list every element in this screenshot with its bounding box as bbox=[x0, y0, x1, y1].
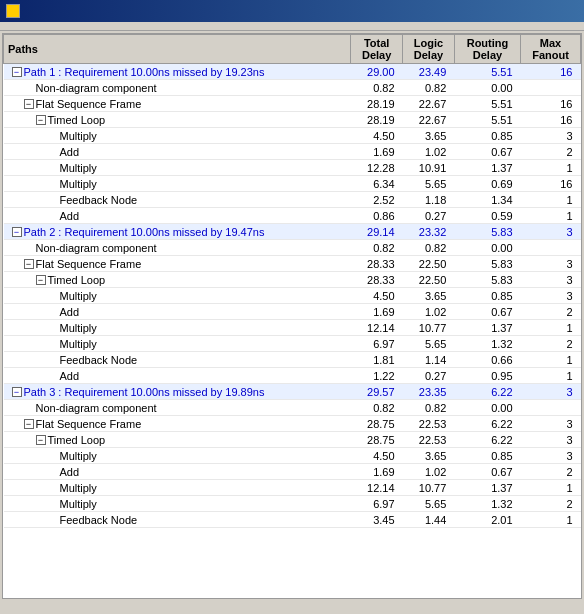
row-name-cell: Feedback Node bbox=[4, 352, 351, 368]
row-total: 29.00 bbox=[351, 64, 403, 80]
table-container[interactable]: Paths TotalDelay LogicDelay RoutingDelay… bbox=[2, 33, 582, 599]
expand-icon[interactable]: − bbox=[36, 115, 46, 125]
row-routing: 0.67 bbox=[454, 464, 520, 480]
row-name-cell: −Path 2 : Requirement 10.00ns missed by … bbox=[4, 224, 351, 240]
row-logic: 23.35 bbox=[403, 384, 455, 400]
table-row[interactable]: −Flat Sequence Frame28.1922.675.5116 bbox=[4, 96, 581, 112]
row-name-cell: −Flat Sequence Frame bbox=[4, 256, 351, 272]
row-logic: 0.27 bbox=[403, 208, 455, 224]
row-routing: 1.37 bbox=[454, 320, 520, 336]
row-fanout: 16 bbox=[521, 64, 581, 80]
expand-icon[interactable]: − bbox=[24, 419, 34, 429]
table-row[interactable]: Add1.691.020.672 bbox=[4, 144, 581, 160]
row-label: Non-diagram component bbox=[36, 82, 157, 94]
row-name-cell: Feedback Node bbox=[4, 192, 351, 208]
row-label: Feedback Node bbox=[60, 514, 138, 526]
row-logic: 1.14 bbox=[403, 352, 455, 368]
row-total: 1.69 bbox=[351, 464, 403, 480]
row-name-cell: Multiply bbox=[4, 496, 351, 512]
row-label: Add bbox=[60, 306, 80, 318]
row-label: Add bbox=[60, 370, 80, 382]
expand-icon[interactable]: − bbox=[12, 387, 22, 397]
row-fanout: 2 bbox=[521, 464, 581, 480]
expand-icon[interactable]: − bbox=[12, 67, 22, 77]
row-fanout: 1 bbox=[521, 192, 581, 208]
row-fanout bbox=[521, 400, 581, 416]
table-row[interactable]: Add1.691.020.672 bbox=[4, 304, 581, 320]
row-routing: 1.32 bbox=[454, 336, 520, 352]
table-row[interactable]: Multiply4.503.650.853 bbox=[4, 128, 581, 144]
row-fanout: 3 bbox=[521, 256, 581, 272]
row-logic: 1.02 bbox=[403, 464, 455, 480]
table-row[interactable]: Non-diagram component0.820.820.00 bbox=[4, 80, 581, 96]
row-label: Multiply bbox=[60, 178, 97, 190]
expand-icon[interactable]: − bbox=[24, 99, 34, 109]
row-routing: 5.83 bbox=[454, 256, 520, 272]
table-row[interactable]: Add1.691.020.672 bbox=[4, 464, 581, 480]
table-row[interactable]: Multiply12.1410.771.371 bbox=[4, 480, 581, 496]
row-fanout: 3 bbox=[521, 128, 581, 144]
row-label: Add bbox=[60, 210, 80, 222]
row-routing: 6.22 bbox=[454, 416, 520, 432]
row-total: 1.69 bbox=[351, 144, 403, 160]
row-total: 28.75 bbox=[351, 416, 403, 432]
table-row[interactable]: Feedback Node2.521.181.341 bbox=[4, 192, 581, 208]
row-logic: 1.02 bbox=[403, 144, 455, 160]
expand-icon[interactable]: − bbox=[36, 275, 46, 285]
row-logic: 5.65 bbox=[403, 496, 455, 512]
row-label: Multiply bbox=[60, 338, 97, 350]
table-row[interactable]: −Path 1 : Requirement 10.00ns missed by … bbox=[4, 64, 581, 80]
col-fanout: MaxFanout bbox=[521, 35, 581, 64]
row-label: Path 2 : Requirement 10.00ns missed by 1… bbox=[24, 226, 265, 238]
row-name-cell: −Path 3 : Requirement 10.00ns missed by … bbox=[4, 384, 351, 400]
table-row[interactable]: −Timed Loop28.7522.536.223 bbox=[4, 432, 581, 448]
row-fanout: 2 bbox=[521, 336, 581, 352]
row-total: 28.19 bbox=[351, 96, 403, 112]
table-row[interactable]: −Flat Sequence Frame28.3322.505.833 bbox=[4, 256, 581, 272]
table-row[interactable]: Feedback Node1.811.140.661 bbox=[4, 352, 581, 368]
table-row[interactable]: Non-diagram component0.820.820.00 bbox=[4, 240, 581, 256]
row-logic: 23.32 bbox=[403, 224, 455, 240]
row-label: Add bbox=[60, 466, 80, 478]
row-logic: 0.27 bbox=[403, 368, 455, 384]
col-paths: Paths bbox=[4, 35, 351, 64]
row-name-cell: Multiply bbox=[4, 288, 351, 304]
expand-icon[interactable]: − bbox=[36, 435, 46, 445]
row-name-cell: −Timed Loop bbox=[4, 272, 351, 288]
table-row[interactable]: Multiply6.975.651.322 bbox=[4, 496, 581, 512]
table-row[interactable]: Multiply4.503.650.853 bbox=[4, 288, 581, 304]
table-row[interactable]: −Path 3 : Requirement 10.00ns missed by … bbox=[4, 384, 581, 400]
row-label: Multiply bbox=[60, 130, 97, 142]
expand-icon[interactable]: − bbox=[24, 259, 34, 269]
row-name-cell: −Flat Sequence Frame bbox=[4, 96, 351, 112]
row-fanout: 1 bbox=[521, 160, 581, 176]
table-row[interactable]: Non-diagram component0.820.820.00 bbox=[4, 400, 581, 416]
table-row[interactable]: Add0.860.270.591 bbox=[4, 208, 581, 224]
row-logic: 23.49 bbox=[403, 64, 455, 80]
app-icon bbox=[6, 4, 20, 18]
row-total: 4.50 bbox=[351, 448, 403, 464]
table-row[interactable]: Multiply6.975.651.322 bbox=[4, 336, 581, 352]
row-label: Timed Loop bbox=[48, 274, 106, 286]
table-row[interactable]: −Timed Loop28.1922.675.5116 bbox=[4, 112, 581, 128]
row-total: 12.14 bbox=[351, 480, 403, 496]
row-total: 6.97 bbox=[351, 496, 403, 512]
table-row[interactable]: Feedback Node3.451.442.011 bbox=[4, 512, 581, 528]
row-name-cell: Multiply bbox=[4, 320, 351, 336]
table-row[interactable]: −Flat Sequence Frame28.7522.536.223 bbox=[4, 416, 581, 432]
row-routing: 0.66 bbox=[454, 352, 520, 368]
table-row[interactable]: −Timed Loop28.3322.505.833 bbox=[4, 272, 581, 288]
col-total: TotalDelay bbox=[351, 35, 403, 64]
row-fanout: 2 bbox=[521, 144, 581, 160]
table-row[interactable]: −Path 2 : Requirement 10.00ns missed by … bbox=[4, 224, 581, 240]
row-name-cell: −Path 1 : Requirement 10.00ns missed by … bbox=[4, 64, 351, 80]
table-row[interactable]: Multiply4.503.650.853 bbox=[4, 448, 581, 464]
row-name-cell: −Timed Loop bbox=[4, 432, 351, 448]
row-label: Multiply bbox=[60, 482, 97, 494]
expand-icon[interactable]: − bbox=[12, 227, 22, 237]
table-row[interactable]: Multiply12.1410.771.371 bbox=[4, 320, 581, 336]
table-row[interactable]: Add1.220.270.951 bbox=[4, 368, 581, 384]
row-fanout: 1 bbox=[521, 208, 581, 224]
table-row[interactable]: Multiply12.2810.911.371 bbox=[4, 160, 581, 176]
table-row[interactable]: Multiply6.345.650.6916 bbox=[4, 176, 581, 192]
